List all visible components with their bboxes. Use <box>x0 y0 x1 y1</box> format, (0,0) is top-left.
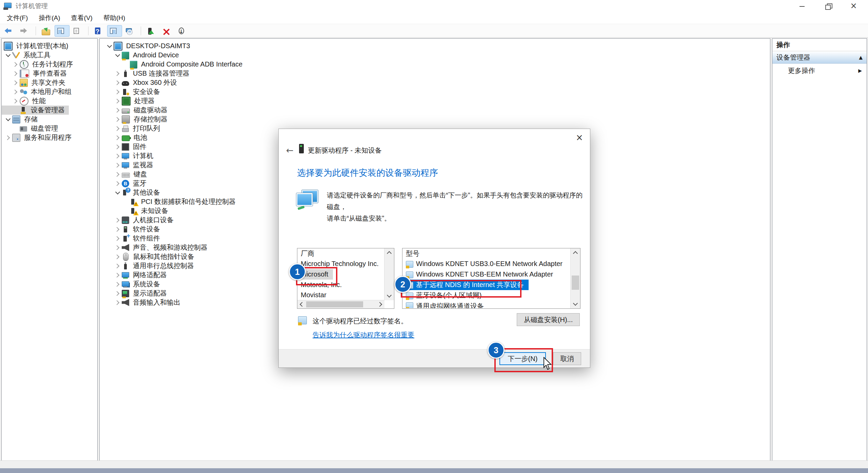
tree-item[interactable]: 设备管理器 <box>2 106 69 115</box>
tree-item[interactable]: 任务计划程序 <box>2 60 77 69</box>
close-button[interactable] <box>842 0 868 12</box>
toolbar-button[interactable] <box>88 26 88 35</box>
tree-item[interactable]: 通用串行总线控制器 <box>100 261 198 270</box>
uninstall-device-button[interactable] <box>160 25 175 37</box>
have-disk-button[interactable]: 从磁盘安装(H)... <box>517 313 580 326</box>
action-pane-toggle-button[interactable] <box>107 25 122 37</box>
export-list-button[interactable] <box>123 25 138 37</box>
expander-icon[interactable] <box>113 133 122 142</box>
tree-item[interactable]: DESKTOP-DSAIMT3 <box>100 41 194 51</box>
tree-item[interactable]: Xbox 360 外设 <box>100 78 181 87</box>
tree-item[interactable]: 键盘 <box>100 170 151 179</box>
vertical-scrollbar[interactable] <box>570 248 580 308</box>
expander-icon[interactable] <box>113 179 122 188</box>
expander-icon[interactable] <box>113 188 122 197</box>
expander-icon[interactable] <box>121 60 130 69</box>
scrollbar-thumb[interactable] <box>306 301 363 307</box>
tree-toggle-button[interactable] <box>39 25 54 37</box>
expander-icon[interactable] <box>105 41 114 51</box>
expander-icon[interactable] <box>121 197 130 206</box>
expander-icon[interactable] <box>11 69 20 78</box>
tree-item[interactable]: 打印队列 <box>100 124 164 133</box>
tree-item[interactable]: 磁盘管理 <box>2 124 62 133</box>
scroll-down-icon[interactable] <box>571 300 580 308</box>
scroll-right-icon[interactable] <box>376 300 384 308</box>
tree-item[interactable]: 人机接口设备 <box>100 215 178 225</box>
expander-icon[interactable] <box>11 60 20 69</box>
expander-icon[interactable] <box>113 280 122 289</box>
properties-button[interactable] <box>70 25 85 37</box>
expander-icon[interactable] <box>4 133 12 142</box>
tree-item[interactable]: 显示适配器 <box>100 289 171 298</box>
restore-button[interactable] <box>816 0 842 12</box>
horizontal-scrollbar[interactable] <box>297 300 384 308</box>
expander-icon[interactable] <box>113 142 122 151</box>
expander-icon[interactable] <box>113 298 122 307</box>
collapse-icon[interactable]: ▲ <box>859 55 863 60</box>
menu-item[interactable]: 文件(F) <box>1 12 33 24</box>
tree-item[interactable]: 磁盘驱动器 <box>100 106 172 115</box>
expander-icon[interactable] <box>11 87 20 96</box>
close-icon[interactable]: × <box>572 131 587 144</box>
expander-icon[interactable] <box>113 115 122 124</box>
tree-item[interactable]: 安全设备 <box>100 87 164 96</box>
help-button[interactable] <box>92 25 106 37</box>
model-option[interactable]: Windows KDNET USB3.0-EEM Network Adapter <box>402 259 567 269</box>
expander-icon[interactable] <box>11 96 20 106</box>
model-option[interactable]: 通用虚拟网络通道设备 <box>402 301 489 308</box>
tree-item[interactable]: 处理器 <box>100 96 159 106</box>
expander-icon[interactable] <box>113 243 122 252</box>
expander-icon[interactable] <box>113 106 122 115</box>
expander-icon[interactable] <box>113 96 122 106</box>
manufacturer-option[interactable]: Movistar <box>297 290 331 298</box>
tree-item[interactable]: 音频输入和输出 <box>100 298 184 307</box>
tree-item[interactable]: 系统工具 <box>2 51 55 60</box>
expander-icon[interactable] <box>113 87 122 96</box>
tree-item[interactable]: 服务和应用程序 <box>2 133 76 142</box>
expander-icon[interactable] <box>113 234 122 243</box>
expander-icon[interactable] <box>113 225 122 234</box>
minimize-button[interactable] <box>791 0 816 12</box>
tree-item[interactable]: 固件 <box>100 142 151 151</box>
tree-item[interactable]: 计算机管理(本地) <box>2 41 72 51</box>
model-option[interactable]: Windows KDNET USB-EEM Network Adapter <box>402 269 558 280</box>
expander-icon[interactable] <box>113 151 122 160</box>
expander-icon[interactable] <box>4 51 12 60</box>
scroll-up-icon[interactable] <box>384 248 394 257</box>
tree-item[interactable]: 监视器 <box>100 160 157 170</box>
expander-icon[interactable] <box>113 270 122 280</box>
actions-section-device-manager[interactable]: 设备管理器 ▲ <box>772 51 867 64</box>
tree-item[interactable]: 存储控制器 <box>100 115 172 124</box>
tree-item[interactable]: 软件组件 <box>100 234 164 243</box>
panel-toggle-button[interactable] <box>55 25 70 37</box>
tree-item[interactable]: PCI 数据捕获和信号处理控制器 <box>100 197 240 206</box>
tree-item[interactable]: 鼠标和其他指针设备 <box>100 252 198 261</box>
tree-item[interactable]: 声音、视频和游戏控制器 <box>100 243 212 252</box>
toolbar-button[interactable] <box>36 26 36 35</box>
expander-icon[interactable] <box>4 115 12 124</box>
expander-icon[interactable] <box>113 289 122 298</box>
menu-item[interactable]: 操作(A) <box>33 12 65 24</box>
menu-item[interactable]: 查看(V) <box>66 12 98 24</box>
tree-item[interactable]: 电池 <box>100 133 151 142</box>
tree-item[interactable]: 本地用户和组 <box>2 87 76 96</box>
tree-item[interactable]: USB 连接器管理器 <box>100 69 194 78</box>
scroll-down-icon[interactable] <box>384 291 394 300</box>
forward-button[interactable] <box>18 25 33 37</box>
tree-item[interactable]: 蓝牙 <box>100 179 151 188</box>
back-button[interactable] <box>2 25 17 37</box>
tree-item[interactable]: 性能 <box>2 96 50 106</box>
tree-item[interactable]: 存储 <box>2 115 42 124</box>
expander-icon[interactable] <box>113 51 122 60</box>
back-icon[interactable]: ← <box>284 145 296 156</box>
tree-item[interactable]: Android Device <box>100 51 183 60</box>
tree-item[interactable]: 事件查看器 <box>2 69 71 78</box>
expander-icon[interactable] <box>113 124 122 133</box>
expander-icon[interactable] <box>113 252 122 261</box>
expander-icon[interactable] <box>121 206 130 215</box>
scan-hardware-button[interactable] <box>175 25 190 37</box>
scrollbar-thumb[interactable] <box>572 276 579 290</box>
update-driver-button[interactable] <box>144 25 159 37</box>
tree-item[interactable]: 计算机 <box>100 151 157 160</box>
expander-icon[interactable] <box>113 261 122 270</box>
